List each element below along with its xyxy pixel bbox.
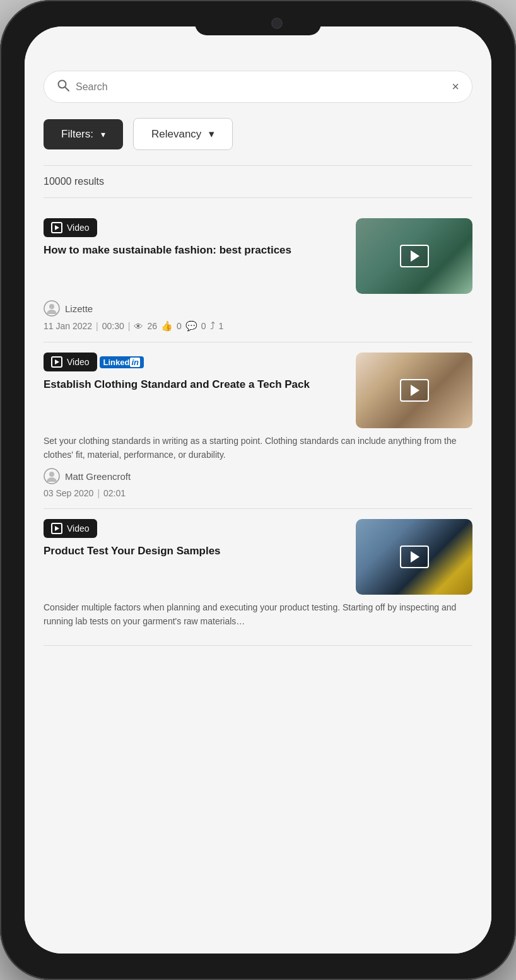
card-3-play-overlay — [400, 545, 429, 568]
card-1-like-icon: 👍 — [161, 320, 173, 332]
card-1-author: Lizette — [65, 303, 93, 314]
card-2-thumbnail[interactable] — [356, 353, 472, 428]
card-1-left: Video How to make sustainable fashion: b… — [44, 218, 347, 263]
card-2-author-row: Matt Greencroft — [44, 468, 472, 484]
filters-row: Filters: ▾ Relevancy ▾ — [44, 118, 472, 150]
card-1-play-triangle-icon — [411, 250, 419, 262]
card-1-play-overlay — [400, 245, 429, 267]
screen-content: × Filters: ▾ Relevancy ▾ 10000 results — [25, 26, 491, 954]
card-1-meta: 11 Jan 2022 | 00:30 | 👁 26 👍 0 💬 0 ⤴ 1 — [44, 320, 472, 332]
card-3-title: Product Test Your Design Samples — [44, 544, 347, 559]
linkedin-in: in — [130, 358, 140, 367]
card-2-badge: Video — [44, 353, 97, 371]
svg-line-1 — [65, 87, 69, 91]
card-2-meta: 03 Sep 2020 | 02:01 — [44, 488, 472, 498]
card-2-date: 03 Sep 2020 — [44, 488, 93, 498]
card-2-play-triangle-icon — [411, 385, 419, 396]
card-1-thumbnail[interactable] — [356, 218, 472, 294]
filters-chevron-icon: ▾ — [101, 129, 105, 139]
card-1[interactable]: Video How to make sustainable fashion: b… — [44, 208, 472, 342]
card-3[interactable]: Video Product Test Your Design Samples C… — [44, 509, 472, 645]
card-2-left: Video Linkedin Establish Clothing Standa… — [44, 353, 347, 397]
card-3-thumbnail[interactable] — [356, 519, 472, 595]
card-1-duration: 00:30 — [102, 321, 124, 331]
card-3-top: Video Product Test Your Design Samples — [44, 519, 472, 595]
card-1-comments: 0 — [201, 321, 206, 331]
card-3-play-triangle-icon — [411, 551, 419, 563]
filters-button[interactable]: Filters: ▾ — [44, 119, 123, 149]
results-count: 10000 results — [44, 176, 472, 187]
card-1-title: How to make sustainable fashion: best pr… — [44, 243, 347, 258]
card-1-author-row: Lizette — [44, 300, 472, 317]
play-triangle-icon — [55, 225, 59, 230]
card-2-duration: 02:01 — [103, 488, 126, 498]
card-1-avatar-icon — [44, 300, 60, 317]
card-3-play-icon — [51, 523, 62, 534]
phone-camera — [271, 18, 283, 29]
card-3-description: Consider multiple factors when planning … — [44, 601, 472, 628]
close-icon[interactable]: × — [452, 79, 459, 94]
card-1-sep2: | — [128, 321, 131, 331]
search-icon — [57, 79, 69, 95]
card-1-shares: 1 — [219, 321, 224, 331]
card-2-play-triangle-icon — [55, 359, 59, 365]
card-3-play-triangle-icon — [55, 526, 59, 531]
card-1-sep1: | — [96, 321, 98, 331]
card-1-top: Video How to make sustainable fashion: b… — [44, 218, 472, 294]
card-1-comment-icon: 💬 — [185, 320, 197, 332]
card-1-badge: Video — [44, 218, 97, 237]
card-1-badge-label: Video — [67, 223, 90, 233]
filters-label: Filters: — [61, 128, 93, 141]
card-2-play-icon — [51, 356, 62, 368]
card-2-play-overlay — [400, 379, 429, 402]
card-3-badge-label: Video — [67, 523, 90, 534]
phone-screen: × Filters: ▾ Relevancy ▾ 10000 results — [25, 26, 491, 954]
card-2-top: Video Linkedin Establish Clothing Standa… — [44, 353, 472, 428]
play-icon — [51, 222, 62, 233]
card-1-views: 26 — [147, 321, 157, 331]
card-3-thumb-image — [356, 519, 472, 595]
card-1-eye-icon: 👁 — [134, 321, 143, 332]
relevancy-label: Relevancy — [151, 128, 201, 141]
search-input[interactable] — [76, 81, 452, 93]
card-2-title: Establish Clothing Standard and Create a… — [44, 378, 347, 392]
card-1-likes: 0 — [177, 321, 182, 331]
card-1-date: 11 Jan 2022 — [44, 321, 92, 331]
card-1-thumb-image — [356, 218, 472, 294]
card-2[interactable]: Video Linkedin Establish Clothing Standa… — [44, 342, 472, 509]
linkedin-text: Linked — [103, 358, 130, 367]
card-2-sep1: | — [97, 488, 100, 498]
divider-2 — [44, 197, 472, 198]
card-1-share-icon: ⤴ — [210, 320, 215, 332]
divider — [44, 165, 472, 166]
phone-shell: × Filters: ▾ Relevancy ▾ 10000 results — [0, 0, 516, 980]
svg-point-3 — [49, 304, 54, 309]
card-2-avatar-icon — [44, 468, 60, 484]
card-2-author: Matt Greencroft — [65, 471, 131, 482]
relevancy-chevron-icon: ▾ — [209, 127, 214, 141]
card-2-description: Set your clothing standards in writing a… — [44, 435, 472, 462]
card-2-thumb-image — [356, 353, 472, 428]
linkedin-badge: Linkedin — [100, 356, 144, 368]
relevancy-button[interactable]: Relevancy ▾ — [133, 118, 233, 150]
card-3-left: Video Product Test Your Design Samples — [44, 519, 347, 564]
phone-notch — [195, 11, 321, 35]
card-3-badge: Video — [44, 519, 97, 538]
search-bar[interactable]: × — [44, 71, 472, 103]
svg-point-5 — [49, 472, 54, 477]
card-2-badge-label: Video — [67, 357, 90, 367]
